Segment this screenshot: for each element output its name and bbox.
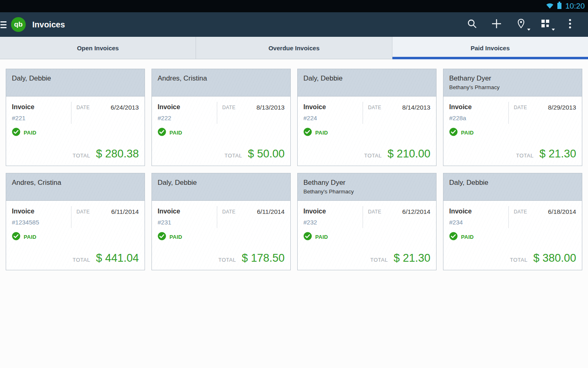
total-row: TOTAL $ 210.00 [303,148,430,161]
paid-status: PAID [449,232,576,242]
invoice-label: Invoice [449,208,504,215]
invoice-label: Invoice [449,103,504,111]
paid-check-icon [158,232,166,242]
paid-badge: PAID [169,130,182,136]
tab-overdue-invoices[interactable]: Overdue Invoices [196,37,392,59]
status-bar: 10:20 [0,0,588,12]
invoice-number: #222 [158,114,213,121]
invoice-card[interactable]: Andres, Cristina Invoice #1234585 DATE 6… [6,173,145,270]
invoice-row: Invoice #228a DATE 8/29/2013 [449,102,576,124]
tab-underline [392,57,588,59]
invoice-date-section: DATE 8/29/2013 [509,102,576,124]
date-value: 6/18/2014 [548,208,576,228]
total-label: TOTAL [510,257,528,263]
invoice-label: Invoice [303,208,359,215]
invoice-number: #224 [303,114,359,121]
total-amount: $ 50.00 [248,148,285,160]
total-row: TOTAL $ 380.00 [449,252,576,265]
customer-name: Andres, Cristina [12,179,139,187]
paid-status: PAID [158,232,285,242]
paid-status: PAID [303,128,430,138]
invoice-row: Invoice #222 DATE 8/13/2013 [158,102,285,124]
invoice-card[interactable]: Daly, Debbie Invoice #221 DATE 6/24/2013 [6,69,145,166]
invoice-card[interactable]: Daly, Debbie Invoice #234 DATE 6/18/2014 [443,173,582,270]
total-row: TOTAL $ 21.30 [449,148,576,161]
invoice-number: #221 [12,114,67,121]
card-header: Daly, Debbie [298,69,436,96]
company-name: Bethany's Pharmacy [449,84,576,90]
status-clock: 10:20 [565,0,585,12]
paid-check-icon [449,128,458,138]
total-label: TOTAL [218,257,236,263]
invoice-row: Invoice #231 DATE 6/11/2014 [158,206,285,228]
invoice-card[interactable]: Daly, Debbie Invoice #231 DATE 6/11/2014 [151,173,291,270]
invoice-row: Invoice #224 DATE 8/14/2013 [303,102,430,124]
invoice-number: #234 [449,219,504,226]
overflow-dots-icon [569,19,571,30]
chevron-down-icon [552,29,555,31]
appbar-actions [460,12,588,37]
card-body: Invoice #232 DATE 6/12/2014 PAID [298,201,436,270]
paid-badge: PAID [24,234,36,240]
total-amount: $ 210.00 [388,148,430,160]
paid-status: PAID [158,128,285,138]
total-amount: $ 21.30 [539,148,576,160]
card-header: Daly, Debbie [443,173,582,201]
date-label: DATE [76,104,90,124]
invoice-id-section: Invoice #232 [303,206,363,228]
invoice-id-section: Invoice #234 [449,206,509,228]
invoice-number: #232 [303,219,359,226]
paid-check-icon [12,128,20,138]
invoice-number: #231 [158,219,213,226]
invoice-number: #228a [449,114,504,121]
company-name: Bethany's Pharmacy [303,188,430,195]
menu-button[interactable] [0,12,9,37]
invoice-card[interactable]: Bethany Dyer Bethany's Pharmacy Invoice … [297,173,437,270]
card-body: Invoice #228a DATE 8/29/2013 PAID [443,96,582,166]
invoice-id-section: Invoice #231 [158,206,217,228]
wifi-icon [546,2,554,11]
invoice-label: Invoice [12,208,67,215]
tab-open-invoices[interactable]: Open Invoices [0,37,196,59]
location-button[interactable] [509,12,533,37]
invoice-row: Invoice #1234585 DATE 6/11/2014 [12,206,139,228]
customer-name: Daly, Debbie [303,74,430,83]
paid-check-icon [303,232,312,242]
invoice-card[interactable]: Daly, Debbie Invoice #224 DATE 8/14/2013 [297,69,437,166]
date-label: DATE [514,104,527,124]
invoice-card[interactable]: Bethany Dyer Bethany's Pharmacy Invoice … [443,69,582,166]
date-label: DATE [76,208,90,228]
paid-check-icon [449,232,458,242]
date-value: 6/12/2014 [402,208,430,228]
invoice-card[interactable]: Andres, Cristina Invoice #222 DATE 8/13/… [151,69,291,166]
chevron-down-icon [527,29,530,31]
paid-badge: PAID [461,234,474,240]
date-value: 8/13/2013 [256,104,285,124]
customer-name: Bethany Dyer [303,179,430,187]
card-header: Andres, Cristina [6,173,145,201]
paid-badge: PAID [315,130,328,136]
date-label: DATE [222,208,236,228]
quickbooks-logo: qb [11,17,26,32]
invoice-date-section: DATE 6/11/2014 [217,206,285,228]
overflow-menu-button[interactable] [558,12,582,37]
add-invoice-button[interactable] [484,12,509,37]
invoice-id-section: Invoice #224 [303,102,363,124]
apps-grid-button[interactable] [533,12,558,37]
invoice-tabs: Open Invoices Overdue Invoices Paid Invo… [0,37,588,59]
total-label: TOTAL [73,257,90,263]
search-button[interactable] [460,12,484,37]
tab-paid-invoices[interactable]: Paid Invoices [392,37,588,59]
invoice-date-section: DATE 6/12/2014 [363,206,430,228]
total-row: TOTAL $ 178.50 [158,252,285,265]
location-pin-icon [516,18,526,31]
card-body: Invoice #221 DATE 6/24/2013 PAID [6,96,145,166]
total-row: TOTAL $ 21.30 [303,252,430,265]
invoice-card-grid: Daly, Debbie Invoice #221 DATE 6/24/2013 [0,59,588,270]
invoice-date-section: DATE 6/24/2013 [71,102,139,124]
total-label: TOTAL [73,153,90,159]
paid-status: PAID [12,128,139,138]
total-label: TOTAL [225,153,242,159]
paid-badge: PAID [169,234,182,240]
card-body: Invoice #234 DATE 6/18/2014 PAID [443,201,582,270]
